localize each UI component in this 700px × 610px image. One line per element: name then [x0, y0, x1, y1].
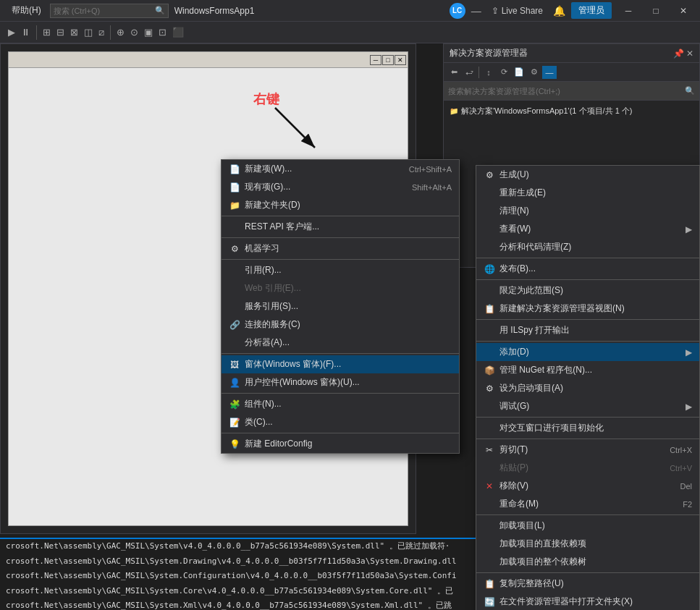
- chrome-close-btn[interactable]: ✕: [395, 55, 406, 65]
- ctx-left-item-usercontrol[interactable]: 👤 用户控件(Windows 窗体)(U)...: [222, 373, 459, 391]
- ctx-comp-label: 组件(N)...: [245, 398, 282, 410]
- ctx-connected-label: 连接的服务(C): [245, 318, 300, 331]
- designer-chrome: ─ □ ✕: [9, 52, 408, 68]
- ctx-cut-icon: ✂: [484, 445, 495, 455]
- ctx-right-loadall[interactable]: 加载项目的整个依赖树: [476, 553, 699, 571]
- ctx-left-item-component[interactable]: 🧩 组件(N)...: [222, 395, 459, 413]
- ctx-view-arrow: ▶: [686, 224, 692, 234]
- bell-icon[interactable]: 🔔: [553, 5, 565, 17]
- ctx-right-add[interactable]: 添加(D) ▶: [476, 343, 699, 361]
- ctx-remove-shortcut: Del: [680, 482, 692, 491]
- ctx-form-icon: 🖼: [229, 360, 240, 370]
- toolbar-icon-12[interactable]: ⬛: [170, 25, 186, 39]
- ctx-right-publish[interactable]: 🌐 发布(B)...: [476, 260, 699, 278]
- ctx-left-item-new[interactable]: 📄 新建项(W)... Ctrl+Shift+A: [222, 160, 459, 178]
- toolbar-sep-1: [36, 25, 37, 40]
- pin-icon[interactable]: 📌: [673, 48, 684, 59]
- ctx-right-rename[interactable]: 重命名(M) F2: [476, 495, 699, 513]
- window-close-btn[interactable]: ✕: [672, 0, 694, 22]
- ctx-right-build[interactable]: ⚙ 生成(U): [476, 166, 699, 184]
- ctx-right-cut[interactable]: ✂ 剪切(T) Ctrl+X: [476, 441, 699, 459]
- ctx-right-analyze[interactable]: 分析和代码清理(Z): [476, 238, 699, 256]
- search-icon: 🔍: [152, 6, 168, 15]
- se-tool-3[interactable]: ↕: [481, 66, 496, 79]
- window-minimize-btn[interactable]: ─: [617, 0, 639, 22]
- ctx-form-label: 窗体(Windows 窗体)(F)...: [245, 358, 341, 370]
- ctx-folder-label: 新建文件夹(D): [245, 199, 300, 211]
- toolbar-icon-9[interactable]: ⊙: [128, 25, 140, 39]
- ctx-right-loaddirect[interactable]: 加载项目的直接依赖项: [476, 535, 699, 553]
- ctx-right-debug[interactable]: 调试(G) ▶: [476, 397, 699, 415]
- toolbar-icon-7[interactable]: ⧄: [96, 25, 106, 40]
- ctx-left-item-folder[interactable]: 📁 新建文件夹(D): [222, 196, 459, 214]
- ctx-left-item-connected[interactable]: 🔗 连接的服务(C): [222, 315, 459, 334]
- ctx-right-initinteractive[interactable]: 对交互窗口进行项目初始化: [476, 419, 699, 437]
- ctx-sep-6: [222, 433, 459, 433]
- se-tool-5[interactable]: 📄: [512, 66, 526, 79]
- ctx-right-setstartup[interactable]: ⚙ 设为启动项目(A): [476, 379, 699, 397]
- toolbar-icon-2[interactable]: ⏸: [19, 25, 33, 39]
- ctx-sep-2: [222, 237, 459, 238]
- search-input[interactable]: [51, 7, 152, 15]
- toolbar-icon-6[interactable]: ◫: [82, 25, 95, 39]
- se-search-input[interactable]: [448, 87, 682, 96]
- ctx-left-item-analyzer[interactable]: 分析器(A)...: [222, 334, 459, 352]
- se-tool-4[interactable]: ⟳: [497, 66, 511, 79]
- ctx-right-unload[interactable]: 卸载项目(L): [476, 517, 699, 535]
- ctx-nuget-icon: 📦: [484, 365, 495, 376]
- help-menu[interactable]: 帮助(H): [6, 3, 47, 18]
- ctx-right-scope[interactable]: 限定为此范围(S): [476, 281, 699, 300]
- se-tool-1[interactable]: ⬅: [447, 66, 461, 79]
- live-share-icon: ⇪: [492, 6, 499, 16]
- live-share-btn[interactable]: ⇪ Live Share: [487, 4, 547, 17]
- ctx-right-rebuild[interactable]: 重新生成(E): [476, 184, 699, 202]
- chrome-min-btn[interactable]: ─: [370, 55, 381, 65]
- ctx-right-clean[interactable]: 清理(N): [476, 202, 699, 220]
- ctx-remove-icon: ✕: [484, 481, 495, 491]
- solution-explorer-close[interactable]: ✕: [686, 48, 693, 59]
- tree-item-solution[interactable]: 📁 解决方案'WindowsFormsApp1'(1 个项目/共 1 个): [444, 103, 699, 119]
- ctx-rest-label: REST API 客户端...: [245, 221, 319, 233]
- se-tool-7[interactable]: —: [542, 66, 557, 79]
- se-search-icon: 🔍: [685, 86, 695, 96]
- ctx-ref-label: 引用(R)...: [245, 264, 282, 276]
- toolbar-icon-3[interactable]: ⊞: [41, 25, 53, 39]
- ctx-left-item-form[interactable]: 🖼 窗体(Windows 窗体)(F)...: [222, 355, 459, 373]
- ctx-left-item-class[interactable]: 📝 类(C)...: [222, 413, 459, 431]
- ctx-left-item-ml[interactable]: ⚙ 机器学习: [222, 240, 459, 258]
- ctx-left-item-rest[interactable]: REST API 客户端...: [222, 218, 459, 236]
- ctx-left-item-webref[interactable]: Web 引用(E)...: [222, 279, 459, 297]
- toolbar-icon-4[interactable]: ⊟: [54, 25, 67, 39]
- ctx-left-item-svcref[interactable]: 服务引用(S)...: [222, 297, 459, 315]
- toolbar-icon-11[interactable]: ⊡: [156, 25, 169, 39]
- se-tool-2[interactable]: ⮐: [462, 66, 476, 79]
- se-search: 🔍: [444, 82, 699, 101]
- se-tool-6[interactable]: ⚙: [527, 66, 541, 79]
- toolbar-icon-10[interactable]: ▣: [142, 25, 155, 39]
- ctx-existing-shortcut: Shift+Alt+A: [412, 183, 452, 192]
- ctx-right-newview[interactable]: 📋 新建解决方案资源管理器视图(N): [476, 300, 699, 318]
- window-maximize-btn[interactable]: □: [645, 0, 667, 22]
- minimize-icon: —: [471, 5, 481, 17]
- avatar-circle[interactable]: LC: [450, 3, 465, 19]
- ctx-right-ilspy[interactable]: 用 ILSpy 打开输出: [476, 321, 699, 339]
- toolbar-icon-8[interactable]: ⊕: [114, 25, 127, 39]
- ctx-sep-3: [222, 259, 459, 260]
- ctx-right-nuget[interactable]: 📦 管理 NuGet 程序包(N)...: [476, 361, 699, 379]
- toolbar-icon-1[interactable]: ▶: [6, 25, 17, 39]
- ctx-right-paste[interactable]: 粘贴(P) Ctrl+V: [476, 459, 699, 477]
- ctx-right-sep4: [476, 341, 699, 342]
- ctx-right-remove[interactable]: ✕ 移除(V) Del: [476, 477, 699, 495]
- ctx-left-item-editorconfig[interactable]: 💡 新建 EditorConfig: [222, 435, 459, 453]
- admin-btn[interactable]: 管理员: [571, 2, 612, 19]
- ctx-left-item-ref[interactable]: 引用(R)...: [222, 261, 459, 279]
- ctx-debug-arrow: ▶: [686, 402, 692, 412]
- ctx-right-copypath[interactable]: 📋 复制完整路径(U): [476, 575, 699, 593]
- ctx-uc-label: 用户控件(Windows 窗体)(U)...: [245, 376, 360, 389]
- ctx-left-item-existing[interactable]: 📄 现有项(G)... Shift+Alt+A: [222, 178, 459, 196]
- ctx-right-view[interactable]: 查看(W) ▶: [476, 220, 699, 238]
- ctx-right-openinfolder[interactable]: 🔄 在文件资源管理器中打开文件夹(X): [476, 593, 699, 610]
- toolbar-icon-5[interactable]: ⊠: [68, 25, 80, 39]
- chrome-max-btn[interactable]: □: [382, 55, 394, 65]
- ctx-openinfolder-icon: 🔄: [484, 597, 495, 607]
